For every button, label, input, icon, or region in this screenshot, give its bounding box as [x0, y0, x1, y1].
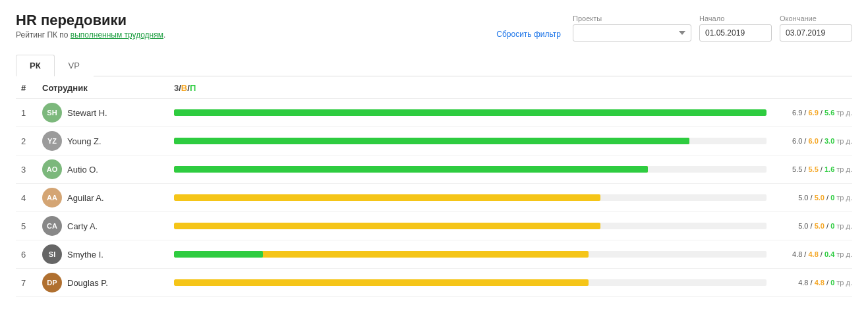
employee-cell: YZYoung Z. [42, 131, 163, 151]
projects-label: Проекты [573, 14, 602, 22]
table-row: 5CACarty A.5.0 / 5.0 / 0 тр д. [16, 212, 852, 240]
start-date-input[interactable] [699, 24, 772, 42]
tabs: РК VP [16, 55, 852, 76]
tab-vp[interactable]: VP [55, 55, 94, 76]
employee-name[interactable]: Autio O. [67, 165, 98, 175]
stats-p: П [190, 83, 196, 93]
bar-track [174, 109, 767, 116]
bar-wrapper: 6.9 / 6.9 / 5.6 тр д. [174, 109, 852, 117]
table-body: 1SHStewart H.6.9 / 6.9 / 5.6 тр д.2YZYou… [16, 99, 852, 297]
cell-rank: 2 [16, 127, 37, 155]
bar-green [174, 166, 648, 173]
employee-cell: SHStewart H. [42, 103, 163, 123]
cell-bar: 4.8 / 4.8 / 0.4 тр д. [169, 240, 852, 269]
bar-label: 5.0 / 5.0 / 0 тр д. [773, 222, 852, 230]
table-row: 7DPDouglas P.4.8 / 4.8 / 0 тр д. [16, 269, 852, 297]
bar-label: 6.0 / 6.0 / 3.0 тр д. [773, 137, 852, 145]
bar-yellow [174, 223, 600, 229]
tabs-section: РК VP [0, 47, 868, 76]
avatar: AO [42, 159, 62, 179]
reset-filter-button[interactable]: Сбросить фильтр [492, 27, 565, 42]
page-title: HR передовики [16, 12, 165, 29]
cell-rank: 4 [16, 184, 37, 212]
avatar: AA [42, 188, 62, 208]
bar-track [174, 138, 767, 144]
employee-name[interactable]: Carty A. [67, 221, 98, 231]
bar-yellow [174, 279, 589, 286]
employee-name[interactable]: Young Z. [67, 136, 101, 146]
page-subtitle: Рейтинг ПК по выполненным трудодням. [16, 30, 165, 40]
employee-cell: AAAguilar A. [42, 188, 163, 208]
bar-label: 5.0 / 5.0 / 0 тр д. [773, 194, 852, 202]
bar-label: 6.9 / 6.9 / 5.6 тр д. [773, 109, 852, 117]
employee-cell: AOAutio O. [42, 159, 163, 179]
table-row: 1SHStewart H.6.9 / 6.9 / 5.6 тр д. [16, 99, 852, 127]
end-filter-group: Окончание [780, 14, 852, 42]
bar-label: 5.5 / 5.5 / 1.6 тр д. [773, 165, 852, 173]
table-row: 4AAAguilar A.5.0 / 5.0 / 0 тр д. [16, 184, 852, 212]
bar-green [174, 109, 767, 116]
employee-cell: DPDouglas P. [42, 273, 163, 292]
bar-row-main: 6.0 / 6.0 / 3.0 тр д. [174, 137, 852, 145]
cell-employee: SISmythe I. [37, 240, 169, 269]
bar-track [174, 223, 767, 229]
employee-cell: CACarty A. [42, 216, 163, 236]
cell-employee: AOAutio O. [37, 155, 169, 184]
employee-name[interactable]: Aguilar A. [67, 193, 104, 203]
avatar: CA [42, 216, 62, 236]
end-label: Окончание [780, 14, 817, 22]
cell-employee: DPDouglas P. [37, 269, 169, 297]
cell-employee: AAAguilar A. [37, 184, 169, 212]
cell-bar: 4.8 / 4.8 / 0 тр д. [169, 269, 852, 297]
bar-yellow [174, 194, 600, 201]
cell-employee: YZYoung Z. [37, 127, 169, 155]
cell-bar: 5.0 / 5.0 / 0 тр д. [169, 184, 852, 212]
col-header-stats: 3/В/П [169, 76, 852, 99]
bar-row-main: 4.8 / 4.8 / 0.4 тр д. [174, 250, 852, 258]
avatar: SH [42, 103, 62, 123]
start-label: Начало [699, 14, 724, 22]
employee-name[interactable]: Stewart H. [67, 108, 107, 118]
cell-rank: 3 [16, 155, 37, 184]
col-header-employee: Сотрудник [37, 76, 169, 99]
bar-wrapper: 5.0 / 5.0 / 0 тр д. [174, 194, 852, 202]
bar-label: 4.8 / 4.8 / 0.4 тр д. [773, 250, 852, 258]
bar-track [174, 166, 767, 173]
subtitle-prefix: Рейтинг ПК по [16, 30, 71, 40]
end-date-input[interactable] [780, 24, 852, 42]
cell-rank: 6 [16, 240, 37, 269]
cell-rank: 1 [16, 99, 37, 127]
cell-employee: SHStewart H. [37, 99, 169, 127]
table-section: # Сотрудник 3/В/П 1SHStewart H.6.9 / 6.9… [0, 76, 868, 308]
cell-bar: 5.5 / 5.5 / 1.6 тр д. [169, 155, 852, 184]
bar-green [174, 251, 263, 258]
subtitle-suffix: . [163, 30, 165, 40]
employee-name[interactable]: Douglas P. [67, 278, 108, 288]
bar-row-main: 5.5 / 5.5 / 1.6 тр д. [174, 165, 852, 173]
table-row: 6SISmythe I.4.8 / 4.8 / 0.4 тр д. [16, 240, 852, 269]
bar-row-main: 5.0 / 5.0 / 0 тр д. [174, 194, 852, 202]
ranking-table: # Сотрудник 3/В/П 1SHStewart H.6.9 / 6.9… [16, 76, 852, 297]
avatar: SI [42, 244, 62, 264]
table-row: 3AOAutio O.5.5 / 5.5 / 1.6 тр д. [16, 155, 852, 184]
bar-row-main: 4.8 / 4.8 / 0 тр д. [174, 279, 852, 287]
employee-name[interactable]: Smythe I. [67, 250, 103, 260]
header-left: HR передовики Рейтинг ПК по выполненным … [16, 12, 165, 40]
stats-v: В [181, 83, 187, 93]
bar-row-main: 5.0 / 5.0 / 0 тр д. [174, 222, 852, 230]
tab-rk[interactable]: РК [16, 55, 55, 76]
header: HR передовики Рейтинг ПК по выполненным … [0, 0, 868, 47]
projects-select[interactable] [573, 24, 691, 42]
bar-track [174, 194, 767, 201]
avatar: DP [42, 273, 62, 292]
bar-wrapper: 4.8 / 4.8 / 0.4 тр д. [174, 250, 852, 258]
bar-wrapper: 6.0 / 6.0 / 3.0 тр д. [174, 137, 852, 145]
subtitle-link[interactable]: выполненным трудодням [71, 30, 163, 40]
cell-rank: 5 [16, 212, 37, 240]
cell-bar: 6.9 / 6.9 / 5.6 тр д. [169, 99, 852, 127]
bar-wrapper: 5.0 / 5.0 / 0 тр д. [174, 222, 852, 230]
page-wrapper: HR передовики Рейтинг ПК по выполненным … [0, 0, 868, 334]
cell-rank: 7 [16, 269, 37, 297]
bar-track [174, 279, 767, 286]
start-filter-group: Начало [699, 14, 772, 42]
